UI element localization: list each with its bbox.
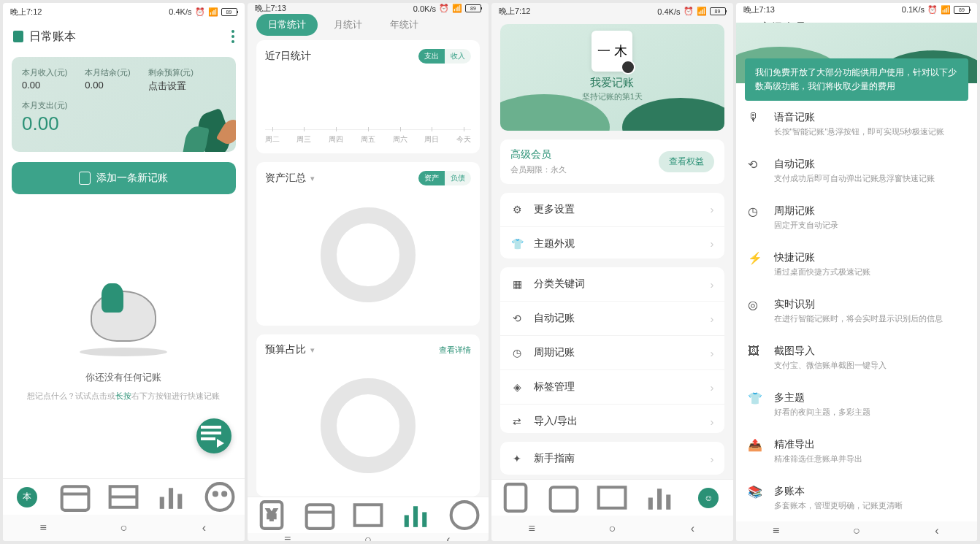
add-record-button[interactable]: 添加一条新记账 [12,162,236,194]
shirt-icon: 👕 [510,237,524,250]
svg-rect-18 [648,498,653,510]
feature-voice[interactable]: 🎙语音记账长按"智能记账"悬浮按钮，即可实现5秒极速记账 [746,101,968,148]
transfer-icon: ⇄ [510,415,524,428]
view-detail-link[interactable]: 查看详情 [439,345,471,356]
nav-back[interactable]: ‹ [193,521,215,535]
tab-profile[interactable] [196,479,244,515]
page-title: 日常账本 [29,29,76,45]
system-navbar: ≡ ○ ‹ [3,515,245,541]
balance-label: 本月结余(元) [85,67,130,78]
status-bar: 晚上7:12 0.4K/s ⏰ 📶 89 [3,3,245,20]
income-value: 0.00 [22,80,67,91]
tab-stats[interactable] [392,497,440,533]
screen-vip: 晚上7:13 0.1K/s⏰📶89 ‹ 高级会员 我们免费开放了大部分功能供用户… [736,3,978,541]
wifi-icon: 📶 [208,7,218,17]
svg-rect-17 [551,487,578,511]
feature-multibook[interactable]: 📚多账本多套账本，管理更明确，记账更清晰 [746,475,968,521]
menu-periodic[interactable]: ◷周期记账› [500,336,724,370]
card-title: 预算占比 [265,343,306,356]
tab-calendar[interactable] [51,479,99,515]
profile-name: 我爱记账 [590,76,634,90]
menu-import-export[interactable]: ⇄导入/导出› [500,405,724,433]
empty-title: 你还没有任何记账 [85,371,161,384]
tab-calendar[interactable] [296,497,344,533]
feature-list: 🎙语音记账长按"智能记账"悬浮按钮，即可实现5秒极速记账 ⟲自动记账支付成功后即… [736,101,978,521]
summary-card[interactable]: 本月收入(元)0.00 本月结余(元)0.00 剩余预算(元)点击设置 本月支出… [12,57,236,152]
compass-icon: ✦ [510,452,524,465]
menu-guide[interactable]: ✦新手指南› [500,442,724,475]
svg-point-7 [223,492,226,495]
assets-donut-chart [321,207,416,302]
tab-stats[interactable] [148,479,196,515]
feature-ocr[interactable]: ◎实时识别在进行智能记账时，将会实时显示识别后的信息 [746,288,968,334]
profile-header[interactable]: 一 木 我爱记账 坚持记账的第1天 [500,24,724,131]
tab-ledger[interactable]: ¥ [248,497,296,533]
tab-ledger[interactable] [491,480,540,516]
chevron-down-icon[interactable]: ▾ [310,345,315,355]
tab-year-stats[interactable]: 年统计 [378,14,430,36]
tab-calendar[interactable] [540,480,588,516]
system-navbar: ≡○‹ [736,521,978,541]
books-icon: 📚 [748,485,764,501]
book-icon [13,31,23,42]
tab-assets[interactable] [588,480,636,516]
empty-illustration [72,276,175,356]
balance-value: 0.00 [85,80,130,91]
nav-home[interactable]: ○ [112,521,134,535]
avatar[interactable]: 一 木 [592,31,632,72]
tab-profile[interactable]: ☺ [684,480,732,516]
svg-rect-19 [657,489,662,510]
vip-benefits-button[interactable]: 查看权益 [659,151,714,172]
feature-quick[interactable]: ⚡快捷记账通过桌面快捷方式极速记账 [746,241,968,288]
auto-icon: ⟲ [510,312,524,325]
menu-auto-record[interactable]: ⟲自动记账› [500,302,724,336]
expense-income-toggle[interactable]: 支出 收入 [418,49,471,64]
vip-card[interactable]: 高级会员 会员期限：永久 查看权益 [500,139,724,184]
tab-ledger[interactable]: 本 [3,479,51,515]
status-bar: 晚上7:13 0.0K/s⏰📶89 [248,3,489,14]
nav-recent[interactable]: ≡ [32,521,54,535]
feature-periodic[interactable]: ◷周期记账固定开支自动记录 [746,194,968,241]
empty-subtitle: 想记点什么？试试点击或长按右下方按钮进行快速记账 [27,390,220,403]
tab-month-stats[interactable]: 月统计 [322,14,374,36]
assets-card: 资产汇总 ▾ 资产 负债 [256,162,481,326]
svg-rect-10 [306,505,333,529]
tab-assets[interactable] [344,497,392,533]
menu-keywords[interactable]: ▦分类关键词› [500,267,724,302]
feature-export[interactable]: 📤精准导出精准筛选任意账单并导出 [746,428,968,475]
menu-tags[interactable]: ◈标签管理› [500,370,724,405]
chevron-down-icon[interactable]: ▾ [310,174,315,183]
shirt-icon: 👕 [748,391,764,407]
menu-more-settings[interactable]: ⚙更多设置› [500,193,724,227]
gear-icon: ⚙ [510,203,524,216]
feature-screenshot[interactable]: 🖼截图导入支付宝、微信账单截图一键导入 [746,334,968,381]
menu-theme[interactable]: 👕主题外观› [500,227,724,258]
svg-point-6 [214,492,217,495]
svg-rect-4 [177,494,182,508]
tab-profile[interactable] [440,497,489,533]
asset-debt-toggle[interactable]: 资产 负债 [418,171,471,185]
tab-stats[interactable] [636,480,684,516]
vip-info-box: 我们免费开放了大部分功能供用户使用，针对以下少数高级功能，我们将收取少量的费用 [745,58,969,101]
image-icon: 🖼 [748,345,764,361]
tab-daily-stats[interactable]: 日常统计 [256,14,318,36]
menu-group-2: ▦分类关键词› ⟲自动记账› ◷周期记账› ◈标签管理› ⇄导入/导出› [500,267,724,433]
menu-button[interactable] [231,30,234,43]
income-label: 本月收入(元) [22,67,67,78]
feature-themes[interactable]: 👕多主题好看的夜间主题，多彩主题 [746,381,968,428]
vip-title: 高级会员 [510,148,567,161]
svg-rect-12 [404,516,408,527]
tab-assets[interactable] [99,479,148,515]
status-time: 晚上7:12 [10,7,42,18]
svg-rect-3 [169,488,173,509]
seven-day-card: 近7日统计 支出 收入 周二周三周四周五周六周日今天 [256,40,481,153]
tabbar: ☺ [491,479,733,516]
topbar: 日常账本 [3,20,245,53]
status-time: 晚上7:13 [255,3,286,14]
vip-subtitle: 会员期限：永久 [510,164,567,175]
svg-rect-2 [160,497,164,509]
svg-rect-0 [62,486,89,510]
quick-record-fab[interactable] [196,418,231,453]
clock-icon: ◷ [510,346,524,359]
feature-auto[interactable]: ⟲自动记账支付成功后即可自动弹出记账悬浮窗快速记账 [746,148,968,194]
